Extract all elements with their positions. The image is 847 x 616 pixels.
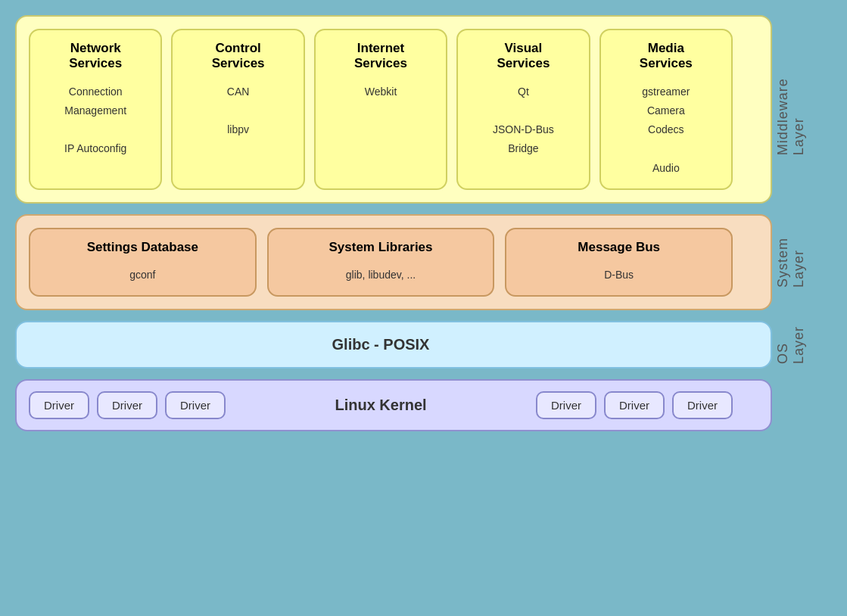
settings-database-items: gconf bbox=[129, 266, 155, 285]
glibc-posix-label: Glibc - POSIX bbox=[332, 336, 430, 353]
message-bus-title: Message Bus bbox=[578, 240, 660, 255]
driver-box-5: Driver bbox=[604, 391, 665, 419]
middleware-layer: Network Services ConnectionManagementIP … bbox=[15, 15, 772, 204]
control-services-items: CANlibpv bbox=[227, 82, 250, 140]
visual-services-items: QtJSON-D-BusBridge bbox=[493, 82, 554, 159]
network-services-card: Network Services ConnectionManagementIP … bbox=[29, 29, 162, 190]
message-bus-items: D-Bus bbox=[604, 266, 634, 285]
visual-services-title: VisualServices bbox=[497, 41, 550, 72]
control-services-card: ControlServices CANlibpv bbox=[171, 29, 304, 190]
system-layer: Settings Database gconf System Libraries… bbox=[15, 214, 772, 311]
driver-box-4: Driver bbox=[536, 391, 596, 419]
internet-services-items: Webkit bbox=[365, 82, 397, 101]
visual-services-card: VisualServices QtJSON-D-BusBridge bbox=[456, 29, 590, 190]
internet-services-title: InternetServices bbox=[354, 41, 407, 72]
network-services-title: Network Services bbox=[42, 41, 148, 72]
linux-kernel-label: Linux Kernel bbox=[233, 397, 528, 414]
settings-database-card: Settings Database gconf bbox=[29, 228, 257, 297]
driver-box-6: Driver bbox=[672, 391, 733, 419]
os-layer: Glibc - POSIX OS Layer bbox=[15, 321, 772, 369]
driver-box-1: Driver bbox=[29, 391, 89, 419]
driver-box-3: Driver bbox=[165, 391, 226, 419]
media-services-items: gstreamerCameraCodecsAudio bbox=[642, 82, 690, 178]
driver-box-2: Driver bbox=[97, 391, 157, 419]
architecture-diagram: Network Services ConnectionManagementIP … bbox=[15, 15, 817, 601]
settings-database-title: Settings Database bbox=[87, 240, 198, 255]
middleware-layer-label: Middleware Layer bbox=[775, 63, 807, 155]
kernel-layer: Driver Driver Driver Linux Kernel Driver… bbox=[15, 379, 772, 431]
network-services-items: ConnectionManagementIP Autoconfig bbox=[64, 82, 126, 159]
system-layer-label: System Layer bbox=[775, 237, 807, 287]
system-libraries-title: System Libraries bbox=[329, 240, 433, 255]
system-libraries-items: glib, libudev, ... bbox=[346, 266, 416, 285]
internet-services-card: InternetServices Webkit bbox=[314, 29, 447, 190]
system-libraries-card: System Libraries glib, libudev, ... bbox=[267, 228, 495, 297]
media-services-title: MediaServices bbox=[640, 41, 693, 72]
os-layer-label: OS Layer bbox=[775, 326, 807, 364]
media-services-card: MediaServices gstreamerCameraCodecsAudio bbox=[599, 29, 733, 190]
message-bus-card: Message Bus D-Bus bbox=[505, 228, 733, 297]
control-services-title: ControlServices bbox=[212, 41, 265, 72]
